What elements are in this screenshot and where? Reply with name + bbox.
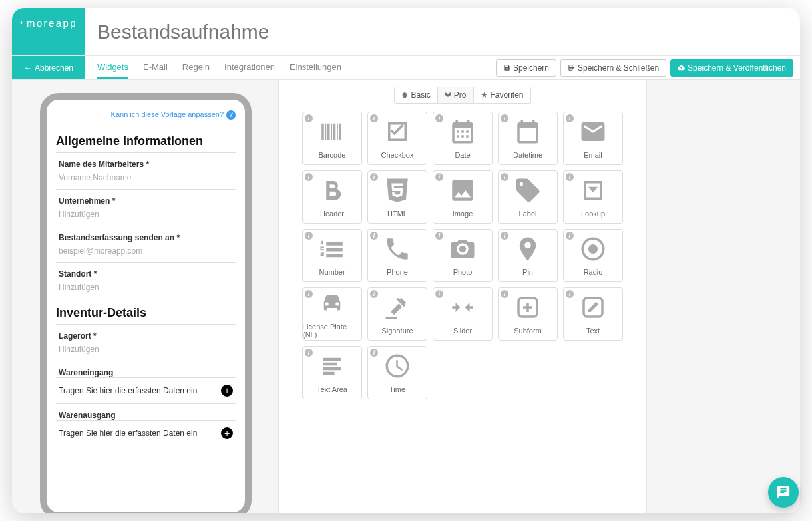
camera-icon	[449, 235, 477, 265]
calendar-grid-icon	[449, 118, 477, 148]
tag-icon	[514, 176, 542, 207]
save-close-button[interactable]: Speichern & Schließen	[560, 59, 666, 77]
info-icon[interactable]: i	[435, 290, 443, 298]
tab-einstellungen[interactable]: Einstellungen	[290, 57, 341, 79]
help-link[interactable]: Kann ich diese Vorlage anpassen??	[56, 106, 236, 128]
tab-widgets[interactable]: Widgets	[97, 57, 128, 79]
clock-icon	[383, 352, 411, 383]
widget-phone[interactable]: iPhone	[367, 229, 427, 282]
widget-clock[interactable]: iTime	[367, 346, 427, 399]
widget-tag[interactable]: iLabel	[498, 170, 558, 224]
widget-pin[interactable]: iPin	[498, 229, 558, 282]
tab-e-mail[interactable]: E-Mail	[143, 57, 168, 79]
widget-gavel[interactable]: iSignature	[367, 287, 427, 341]
form-subentry[interactable]: Tragen Sie hier die erfassten Daten ein+	[56, 420, 236, 446]
brand-logo: moreapp	[12, 8, 85, 55]
cancel-button[interactable]: Abbrechen	[12, 56, 85, 79]
widget-html5[interactable]: iHTML	[367, 170, 427, 224]
phone-icon	[383, 235, 411, 265]
form-field[interactable]: Standort *Hinzufügen	[56, 262, 236, 299]
widget-camera[interactable]: iPhoto	[433, 229, 493, 282]
section-header: Allgemeine Informationen	[56, 134, 236, 148]
widget-calendar-grid[interactable]: iDate	[433, 112, 493, 165]
bold-icon	[318, 176, 346, 207]
widget-slider[interactable]: iSlider	[433, 287, 493, 341]
widget-calendar[interactable]: iDatetime	[498, 112, 558, 165]
gavel-icon	[383, 293, 411, 324]
html5-icon	[383, 176, 411, 207]
numlist-icon	[318, 235, 346, 265]
info-icon[interactable]: i	[305, 232, 313, 240]
slider-icon	[449, 293, 477, 324]
filter-pro[interactable]: Pro	[437, 87, 474, 104]
widget-palette: Basic Pro ★Favoriten iBarcodeiCheckboxiD…	[278, 80, 647, 513]
widget-bold[interactable]: iHeader	[302, 170, 362, 224]
tabs: WidgetsE-MailRegelnIntegrationenEinstell…	[85, 56, 341, 79]
save-publish-button[interactable]: Speichern & Veröffentlichen	[670, 59, 793, 77]
info-icon[interactable]: i	[305, 349, 313, 357]
save-button[interactable]: Speichern	[496, 59, 556, 77]
form-field[interactable]: Bestandserfassung senden an *beispiel@mo…	[56, 226, 236, 262]
chat-button[interactable]	[768, 477, 799, 508]
info-icon[interactable]: i	[370, 290, 378, 298]
page-title: Bestandsaufnahme	[85, 8, 800, 55]
info-icon[interactable]: i	[305, 173, 313, 181]
form-subentry[interactable]: Tragen Sie hier die erfassten Daten ein+	[56, 377, 236, 403]
section-header: Inventur-Details	[56, 306, 236, 320]
form-field[interactable]: Unternehmen *Hinzufügen	[56, 189, 236, 226]
widget-radio[interactable]: iRadio	[563, 229, 623, 282]
widget-plus-square[interactable]: iSubform	[498, 287, 558, 341]
info-icon[interactable]: i	[305, 114, 313, 122]
form-field[interactable]: Lagerort * Hinzufügen	[56, 324, 236, 361]
form-preview: Kann ich diese Vorlage anpassen?? Allgem…	[12, 80, 278, 513]
info-icon[interactable]: i	[501, 290, 508, 298]
widget-checkbox[interactable]: iCheckbox	[367, 112, 427, 165]
car-icon	[318, 289, 346, 320]
info-icon[interactable]: i	[370, 232, 378, 240]
widget-edit[interactable]: iText	[563, 287, 623, 341]
info-icon[interactable]: i	[370, 173, 378, 181]
info-icon[interactable]: i	[566, 114, 574, 122]
info-icon[interactable]: i	[370, 349, 378, 357]
info-icon[interactable]: i	[566, 232, 574, 240]
info-icon[interactable]: i	[566, 173, 574, 181]
widget-dropdown[interactable]: iLookup	[563, 170, 623, 224]
filter-basic[interactable]: Basic	[394, 87, 437, 104]
plus-icon[interactable]: +	[221, 427, 233, 439]
radio-icon	[579, 235, 607, 265]
info-icon[interactable]: i	[435, 232, 443, 240]
envelope-icon	[579, 118, 607, 148]
filter-favorites[interactable]: ★Favoriten	[474, 87, 531, 104]
info-icon[interactable]: i	[501, 114, 508, 122]
widget-image[interactable]: iImage	[433, 170, 493, 224]
widget-numlist[interactable]: iNumber	[302, 229, 362, 282]
info-icon[interactable]: i	[501, 173, 508, 181]
plus-icon[interactable]: +	[221, 385, 233, 397]
info-icon[interactable]: i	[566, 290, 574, 298]
barcode-icon	[318, 118, 346, 148]
form-sublabel: Wareneingang	[56, 361, 236, 377]
form-sublabel: Warenausgang	[56, 403, 236, 420]
form-field[interactable]: Name des Mitarbeiters *Vorname Nachname	[56, 152, 236, 189]
widget-envelope[interactable]: iEmail	[563, 112, 623, 165]
info-icon[interactable]: i	[305, 290, 313, 298]
widget-barcode[interactable]: iBarcode	[302, 112, 362, 165]
checkbox-icon	[383, 118, 411, 148]
widget-car[interactable]: iLicense Plate (NL)	[302, 287, 362, 341]
tab-integrationen[interactable]: Integrationen	[224, 57, 275, 79]
lines-icon	[318, 352, 346, 383]
plus-square-icon	[514, 293, 542, 324]
image-icon	[449, 176, 477, 207]
help-icon: ?	[226, 110, 236, 120]
tab-regeln[interactable]: Regeln	[182, 57, 210, 79]
widget-lines[interactable]: iText Area	[302, 346, 362, 399]
info-icon[interactable]: i	[435, 114, 443, 122]
edit-icon	[579, 293, 607, 324]
pin-icon	[514, 235, 542, 265]
calendar-icon	[514, 118, 542, 148]
info-icon[interactable]: i	[435, 173, 443, 181]
info-icon[interactable]: i	[370, 114, 378, 122]
dropdown-icon	[579, 176, 607, 207]
info-icon[interactable]: i	[501, 232, 508, 240]
